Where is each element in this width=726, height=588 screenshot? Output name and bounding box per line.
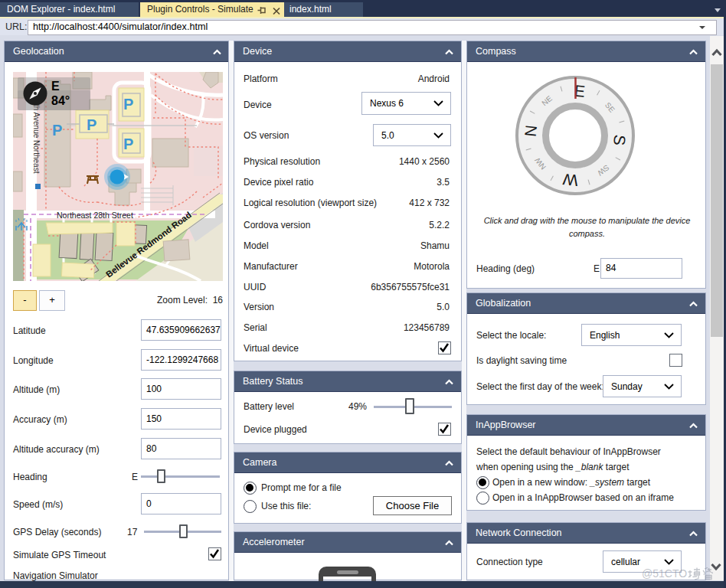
svg-text:P: P bbox=[123, 96, 133, 113]
svg-text:S: S bbox=[610, 134, 629, 146]
svg-text:N: N bbox=[522, 124, 540, 137]
svg-text:E: E bbox=[51, 80, 60, 93]
svg-text:84°: 84° bbox=[51, 94, 70, 107]
svg-text:W: W bbox=[562, 171, 579, 190]
svg-text:th Avenue Northeast: th Avenue Northeast bbox=[32, 104, 41, 174]
svg-text:P: P bbox=[52, 122, 62, 139]
svg-text:P: P bbox=[123, 136, 133, 152]
svg-text:Northeast 28th Street: Northeast 28th Street bbox=[57, 211, 133, 220]
svg-text:P: P bbox=[87, 116, 96, 133]
